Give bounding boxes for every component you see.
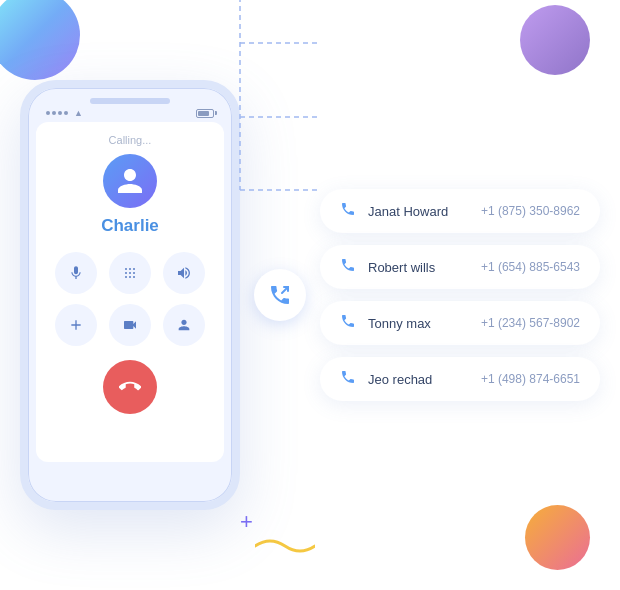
connector-section bbox=[240, 80, 320, 510]
wave-decoration bbox=[255, 536, 315, 560]
contact-name-3: Tonny max bbox=[368, 316, 469, 331]
svg-point-3 bbox=[125, 272, 127, 274]
phone-mockup: ▲ Calling... Charlie bbox=[20, 80, 240, 510]
phone-icon-3 bbox=[340, 313, 356, 333]
center-call-icon bbox=[254, 269, 306, 321]
contact-number-2: +1 (654) 885-6543 bbox=[481, 260, 580, 274]
video-button[interactable] bbox=[109, 304, 151, 346]
wifi-icon: ▲ bbox=[74, 108, 83, 118]
contact-card-3[interactable]: Tonny max +1 (234) 567-8902 bbox=[320, 301, 600, 345]
mute-button[interactable] bbox=[55, 252, 97, 294]
blob-decoration-bottomright bbox=[525, 505, 590, 570]
mic-icon bbox=[68, 265, 84, 281]
plus-decoration: + bbox=[240, 509, 253, 535]
add-call-button[interactable] bbox=[55, 304, 97, 346]
status-bar: ▲ bbox=[28, 108, 232, 118]
phone-frame: ▲ Calling... Charlie bbox=[20, 80, 240, 510]
add-icon bbox=[68, 317, 84, 333]
svg-point-0 bbox=[125, 268, 127, 270]
video-icon bbox=[122, 317, 138, 333]
battery-icon bbox=[196, 109, 214, 118]
signal-dots: ▲ bbox=[46, 108, 83, 118]
avatar-icon bbox=[115, 166, 145, 196]
end-call-icon bbox=[119, 376, 141, 398]
contact-number-1: +1 (875) 350-8962 bbox=[481, 204, 580, 218]
keypad-icon bbox=[122, 265, 138, 281]
svg-point-5 bbox=[133, 272, 135, 274]
person-icon bbox=[176, 317, 192, 333]
blob-decoration-topleft bbox=[0, 0, 80, 80]
contacts-button[interactable] bbox=[163, 304, 205, 346]
phone-screen: Calling... Charlie bbox=[36, 122, 224, 462]
phone-icon-4 bbox=[340, 369, 356, 389]
svg-point-6 bbox=[125, 276, 127, 278]
dot-2 bbox=[52, 111, 56, 115]
keypad-button[interactable] bbox=[109, 252, 151, 294]
dot-4 bbox=[64, 111, 68, 115]
dot-1 bbox=[46, 111, 50, 115]
speaker-icon bbox=[176, 265, 192, 281]
contact-number-4: +1 (498) 874-6651 bbox=[481, 372, 580, 386]
phone-notch bbox=[90, 98, 170, 104]
svg-point-7 bbox=[129, 276, 131, 278]
contact-card-2[interactable]: Robert wills +1 (654) 885-6543 bbox=[320, 245, 600, 289]
main-layout: ▲ Calling... Charlie bbox=[20, 80, 600, 510]
outgoing-call-icon bbox=[268, 283, 292, 307]
end-call-section bbox=[46, 360, 214, 414]
svg-point-4 bbox=[129, 272, 131, 274]
svg-point-8 bbox=[133, 276, 135, 278]
contact-card-4[interactable]: Jeo rechad +1 (498) 874-6651 bbox=[320, 357, 600, 401]
battery-fill bbox=[198, 111, 209, 116]
svg-point-2 bbox=[133, 268, 135, 270]
contact-name-4: Jeo rechad bbox=[368, 372, 469, 387]
call-buttons-grid bbox=[46, 252, 214, 346]
dot-3 bbox=[58, 111, 62, 115]
svg-point-1 bbox=[129, 268, 131, 270]
phone-icon-2 bbox=[340, 257, 356, 277]
contact-name: Charlie bbox=[46, 216, 214, 236]
speaker-button[interactable] bbox=[163, 252, 205, 294]
contact-number-3: +1 (234) 567-8902 bbox=[481, 316, 580, 330]
contacts-list: Janat Howard +1 (875) 350-8962 Robert wi… bbox=[320, 189, 600, 401]
calling-label: Calling... bbox=[46, 134, 214, 146]
phone-icon-1 bbox=[340, 201, 356, 221]
contact-card-1[interactable]: Janat Howard +1 (875) 350-8962 bbox=[320, 189, 600, 233]
end-call-button[interactable] bbox=[103, 360, 157, 414]
blob-decoration-topright bbox=[520, 5, 590, 75]
contact-name-1: Janat Howard bbox=[368, 204, 469, 219]
contact-name-2: Robert wills bbox=[368, 260, 469, 275]
avatar bbox=[103, 154, 157, 208]
